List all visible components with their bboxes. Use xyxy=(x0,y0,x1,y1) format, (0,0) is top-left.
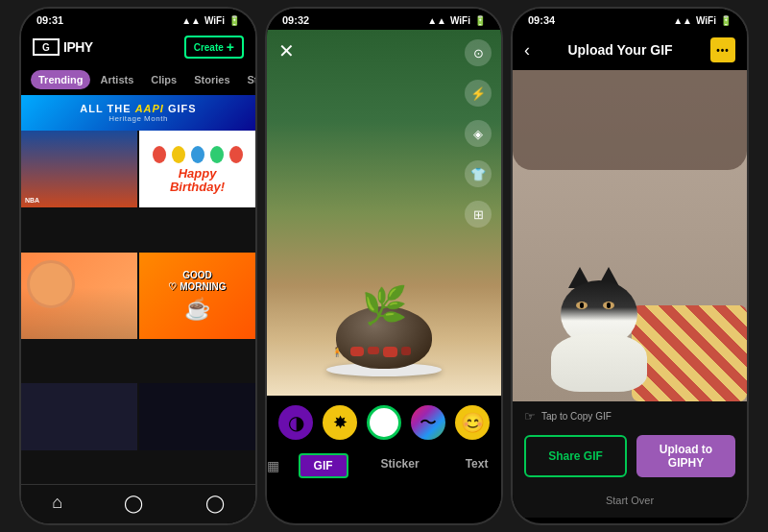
cat-right-eye xyxy=(603,302,614,309)
cat-body xyxy=(551,334,647,392)
tap-to-copy-text: Tap to Copy GIF xyxy=(541,411,612,422)
cat-face xyxy=(27,260,75,308)
grid-item-dark2[interactable] xyxy=(139,383,255,450)
back-button[interactable]: ‹ xyxy=(524,40,530,60)
tab-clips[interactable]: Clips xyxy=(143,70,184,89)
tab-stories[interactable]: Stories xyxy=(186,70,237,89)
sticker-burst[interactable]: ✸ xyxy=(323,405,357,440)
tab-gif[interactable]: GIF xyxy=(299,453,348,478)
start-over-row: Start Over xyxy=(513,485,747,514)
camera-view: 🌿 🧍 ✕ ⊙ ⚡ ◈ 👕 ⊞ xyxy=(267,30,501,396)
mode-tabs: ▦ GIF Sticker Text xyxy=(267,446,501,486)
good-morning-text: GOOD♡ MORNING xyxy=(168,270,226,293)
bottom-nav: ⌂ ◯ ◯ xyxy=(21,484,255,518)
tiny-person: 🧍 xyxy=(331,347,343,357)
birthday-text: HappyBirthday! xyxy=(170,167,225,195)
close-button[interactable]: ✕ xyxy=(278,39,295,62)
banner-aapi: AAPI xyxy=(135,103,164,114)
create-button[interactable]: Create + xyxy=(184,36,244,59)
mug-emoji: ☕ xyxy=(184,297,210,322)
upload-header: ‹ Upload Your GIF ••• xyxy=(513,30,747,70)
stickers-row: ◑ ✸ 〜 😊 xyxy=(267,396,501,446)
grid-item-good-morning[interactable]: GOOD♡ MORNING ☕ xyxy=(139,253,255,339)
create-label: Create xyxy=(194,42,224,53)
phone-giphy-home: 09:31 ▲▲ WiFi 🔋 G IPHY Create + xyxy=(19,7,257,525)
cat-photo xyxy=(513,70,747,401)
sticker-rainbow[interactable]: 〜 xyxy=(411,405,445,440)
create-plus-icon: + xyxy=(227,39,234,55)
giphy-logo: G IPHY xyxy=(33,38,93,56)
filter-icon[interactable]: ◈ xyxy=(465,120,492,147)
share-gif-button[interactable]: Share GIF xyxy=(524,435,627,477)
banner-text: ALL THE AAPI GIFS xyxy=(29,103,248,114)
sticker-emoji[interactable]: 😊 xyxy=(455,405,490,440)
tap-icon: ☞ xyxy=(524,409,536,423)
nav-tabs: Trending Artists Clips Stories Sticker xyxy=(21,64,255,95)
action-buttons: Share GIF Upload to GIPHY xyxy=(513,427,747,485)
status-icons-1: ▲▲ WiFi 🔋 xyxy=(181,15,240,26)
upload-giphy-button[interactable]: Upload to GIPHY xyxy=(636,435,735,477)
terrarium: 🌿 🧍 xyxy=(322,261,446,376)
status-bar-2: 09:32 ▲▲ WiFi 🔋 xyxy=(267,9,501,30)
sticker-purple[interactable]: ◑ xyxy=(278,405,313,440)
menu-dots-button[interactable]: ••• xyxy=(710,37,735,62)
cat-figure xyxy=(541,267,666,392)
tap-to-copy-row: ☞ Tap to Copy GIF xyxy=(513,401,747,427)
camera-tools: ⊙ ⚡ ◈ 👕 ⊞ xyxy=(465,39,492,228)
status-bar-3: 09:34 ▲▲ WiFi 🔋 xyxy=(513,9,747,30)
grid-item-cat-orange[interactable] xyxy=(21,253,137,339)
phone1-content: G IPHY Create + Trending Artists Clips S… xyxy=(21,30,255,518)
phone-upload: 09:34 ▲▲ WiFi 🔋 ‹ Upload Your GIF ••• xyxy=(511,7,749,525)
banner-subtitle: Heritage Month xyxy=(29,114,248,123)
time-2: 09:32 xyxy=(282,14,309,26)
logo-box: G xyxy=(33,38,60,56)
tab-text[interactable]: Text xyxy=(452,453,502,478)
grid-item-sports[interactable]: NBA xyxy=(21,131,137,207)
giphy-header: G IPHY Create + xyxy=(21,30,255,64)
time-1: 09:31 xyxy=(36,14,63,26)
tab-stickers[interactable]: Sticker xyxy=(240,70,256,89)
flash-icon[interactable]: ⚡ xyxy=(465,80,492,107)
logo-text: IPHY xyxy=(63,39,93,55)
status-bar-1: 09:31 ▲▲ WiFi 🔋 xyxy=(21,9,255,30)
upload-title: Upload Your GIF xyxy=(567,42,672,58)
phone-camera: 09:32 ▲▲ WiFi 🔋 xyxy=(265,7,503,525)
sticker-white[interactable] xyxy=(367,405,401,440)
media-icon-tab: ▦ xyxy=(267,453,279,478)
red-rocks xyxy=(350,347,411,357)
tab-trending[interactable]: Trending xyxy=(31,70,90,89)
chair-top xyxy=(513,70,747,170)
tab-artists[interactable]: Artists xyxy=(92,70,141,89)
search-icon[interactable]: ◯ xyxy=(124,493,143,514)
tab-sticker[interactable]: Sticker xyxy=(368,453,433,478)
profile-icon[interactable]: ◯ xyxy=(205,493,225,514)
phone2-content: 🌿 🧍 ✕ ⊙ ⚡ ◈ 👕 ⊞ ◑ ✸ 〜 😊 xyxy=(267,30,501,518)
gif-grid: NBA HappyBirthday! xyxy=(21,131,255,494)
phone3-content: ‹ Upload Your GIF ••• xyxy=(513,30,747,518)
grid-item-dark1[interactable] xyxy=(21,383,137,450)
home-icon[interactable]: ⌂ xyxy=(52,493,62,514)
time-3: 09:34 xyxy=(528,14,555,26)
shirt-icon[interactable]: 👕 xyxy=(465,160,492,187)
sports-label: NBA xyxy=(25,197,39,204)
expand-icon[interactable]: ⊞ xyxy=(465,201,492,228)
grid-item-birthday[interactable]: HappyBirthday! xyxy=(139,131,255,207)
cat-left-eye xyxy=(576,302,588,309)
aapi-banner: ALL THE AAPI GIFS Heritage Month xyxy=(21,95,255,131)
screens-container: 09:31 ▲▲ WiFi 🔋 G IPHY Create + xyxy=(2,2,766,530)
plant-spike: 🌿 xyxy=(362,287,407,324)
start-over-text[interactable]: Start Over xyxy=(606,495,654,506)
camera-flip-icon[interactable]: ⊙ xyxy=(465,39,492,66)
